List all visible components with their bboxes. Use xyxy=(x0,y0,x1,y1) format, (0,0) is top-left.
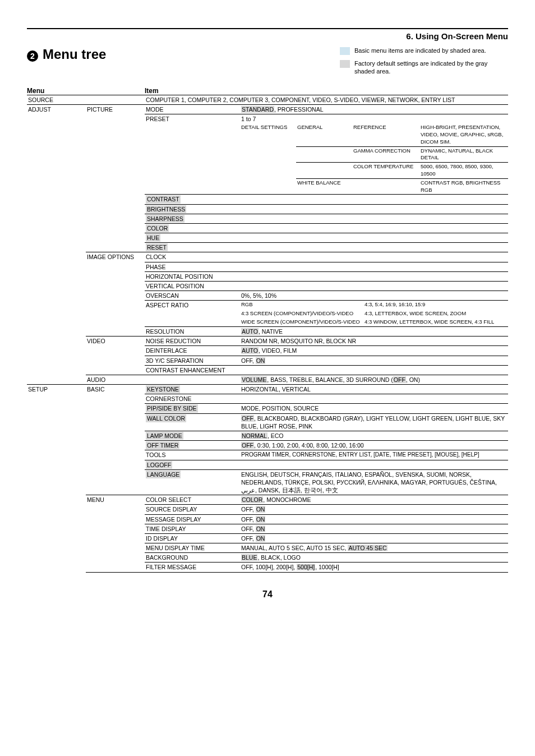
item-overscan: OVERSCAN xyxy=(145,291,240,300)
row-detail-settings: DETAIL SETTINGS GENERAL REFERENCE HIGH-B… xyxy=(27,123,508,146)
wall-color-values: OFF, BLACKBOARD, BLACKBOARD (GRAY), LIGH… xyxy=(240,414,508,431)
yc-values: OFF, ON xyxy=(240,356,508,365)
row-adjust-picture-mode: ADJUST PICTURE MODE STANDARD, PROFESSION… xyxy=(27,105,508,114)
pip-values: MODE, POSITION, SOURCE xyxy=(240,404,508,413)
row-id-display: ID DISPLAYOFF, ON xyxy=(27,534,508,543)
row-message-display: MESSAGE DISPLAYOFF, ON xyxy=(27,515,508,524)
row-color: COLOR xyxy=(27,224,508,233)
item-contrast-enh: CONTRAST ENHANCEMENT xyxy=(145,366,227,375)
row-language: LANGUAGEENGLISH, DEUTSCH, FRANÇAIS, ITAL… xyxy=(27,470,508,495)
legend-text-2: Factory default settings are indicated b… xyxy=(354,59,508,76)
item-wall-color: WALL COLOR xyxy=(146,414,186,422)
white-balance-label: WHITE BALANCE xyxy=(296,179,352,195)
item-sharpness: SHARPNESS xyxy=(146,215,185,223)
item-preset: PRESET xyxy=(145,114,240,123)
row-setup-keystone: SETUPBASICKEYSTONEHORIZONTAL, VERTICAL xyxy=(27,385,508,394)
detail-settings-label: DETAIL SETTINGS xyxy=(240,123,296,146)
aspect-43s-val: 4:3, LETTERBOX, WIDE SCREEN, ZOOM xyxy=(363,310,508,318)
sub-video: VIDEO xyxy=(86,336,145,345)
audio-values: VOLUME, BASS, TREBLE, BALANCE, 3D SURROU… xyxy=(240,375,508,384)
row-resolution: RESOLUTIONAUTO, NATIVE xyxy=(27,327,508,336)
item-yc: 3D Y/C SEPARATION xyxy=(145,356,240,365)
row-sharpness: SHARPNESS xyxy=(27,214,508,223)
item-deinterlace: DEINTERLACE xyxy=(145,346,240,355)
row-white-balance: WHITE BALANCE CONTRAST RGB, BRIGHTNESS R… xyxy=(27,179,508,195)
preset-value: 1 to 7 xyxy=(240,114,508,123)
item-resolution: RESOLUTION xyxy=(145,327,240,336)
row-tools: TOOLSPROGRAM TIMER, CORNERSTONE, ENTRY L… xyxy=(27,450,508,459)
row-lamp-mode: LAMP MODENORMAL, ECO xyxy=(27,431,508,440)
row-contrast: CONTRAST xyxy=(27,195,508,204)
mdt-values: MANUAL, AUTO 5 SEC, AUTO 15 SEC, AUTO 45… xyxy=(240,543,508,552)
row-hpos: HORIZONTAL POSITION xyxy=(27,272,508,281)
message-display-values: OFF, ON xyxy=(240,515,508,524)
row-color-select: MENUCOLOR SELECTCOLOR, MONOCHROME xyxy=(27,495,508,504)
row-yc: 3D Y/C SEPARATIONOFF, ON xyxy=(27,356,508,365)
row-source-display: SOURCE DISPLAYOFF, ON xyxy=(27,505,508,514)
id-display-values: OFF, ON xyxy=(240,534,508,543)
tools-values: PROGRAM TIMER, CORNERSTONE, ENTRY LIST, … xyxy=(240,450,508,459)
color-temp-values: 5000, 6500, 7800, 8500, 9300, 10500 xyxy=(419,163,508,178)
keystone-values: HORIZONTAL, VERTICAL xyxy=(240,385,508,394)
row-gamma: GAMMA CORRECTION DYNAMIC, NATURAL, BLACK… xyxy=(27,147,508,163)
item-color-select: COLOR SELECT xyxy=(145,495,240,504)
legend-row-1: Basic menu items are indicated by shaded… xyxy=(340,47,508,55)
color-temp-label: COLOR TEMPERATURE xyxy=(352,163,419,178)
item-tools: TOOLS xyxy=(145,450,240,459)
item-mode: MODE xyxy=(145,105,240,114)
detail-general: GENERAL xyxy=(296,123,352,146)
sub-basic: BASIC xyxy=(86,385,145,394)
aspect-43s: 4:3 SCREEN (COMPONENT)/VIDEO/S-VIDEO xyxy=(240,310,363,318)
shade-swatch-default xyxy=(340,60,350,68)
header-item: Item xyxy=(145,87,159,95)
item-logoff: LOGOFF xyxy=(146,461,172,469)
item-pip: PIP/SIDE BY SIDE xyxy=(146,404,198,412)
menu-source: SOURCE xyxy=(27,95,86,104)
aspect-rgb-val: 4:3, 5:4, 16:9, 16:10, 15:9 xyxy=(363,301,508,310)
overscan-values: 0%, 5%, 10% xyxy=(240,291,508,300)
sub-audio: AUDIO xyxy=(86,375,145,384)
row-deinterlace: DEINTERLACEAUTO, VIDEO, FILM xyxy=(27,346,508,355)
row-aspect-43: 4:3 SCREEN (COMPONENT)/VIDEO/S-VIDEO4:3,… xyxy=(27,310,508,318)
row-image-options: IMAGE OPTIONS CLOCK xyxy=(27,252,508,261)
row-cornerstone: CORNERSTONE xyxy=(27,394,508,403)
row-background: BACKGROUNDBLUE, BLACK, LOGO xyxy=(27,553,508,562)
row-logoff: LOGOFF xyxy=(27,460,508,469)
time-display-values: OFF, ON xyxy=(240,524,508,533)
row-phase: PHASE xyxy=(27,262,508,271)
legend-text-1: Basic menu items are indicated by shaded… xyxy=(354,47,508,54)
circled-number: 2 xyxy=(27,50,38,62)
legend-block: Basic menu items are indicated by shaded… xyxy=(340,47,508,80)
row-overscan: OVERSCAN0%, 5%, 10% xyxy=(27,291,508,300)
off-timer-values: OFF, 0:30, 1:00, 2:00, 4:00, 8:00, 12:00… xyxy=(240,441,508,450)
menu-adjust: ADJUST xyxy=(27,105,86,114)
main-title: Menu tree xyxy=(43,47,106,62)
row-menu-display-time: MENU DISPLAY TIMEMANUAL, AUTO 5 SEC, AUT… xyxy=(27,543,508,552)
title-left: 2 Menu tree xyxy=(27,47,106,62)
page-number: 74 xyxy=(27,589,508,600)
detail-reference: REFERENCE xyxy=(352,123,419,146)
item-phase: PHASE xyxy=(145,262,240,271)
nr-values: RANDOM NR, MOSQUITO NR, BLOCK NR xyxy=(240,336,508,345)
section-header: 6. Using On-Screen Menu xyxy=(27,31,508,41)
item-clock: CLOCK xyxy=(145,252,240,261)
gamma-label: GAMMA CORRECTION xyxy=(352,147,419,163)
item-aspect: ASPECT RATIO xyxy=(145,301,240,310)
row-audio: AUDIOVOLUME, BASS, TREBLE, BALANCE, 3D S… xyxy=(27,375,508,384)
reference-values: HIGH-BRIGHT, PRESENTATION, VIDEO, MOVIE,… xyxy=(419,123,508,146)
item-background: BACKGROUND xyxy=(145,553,240,562)
column-headers: Menu Item xyxy=(27,87,508,95)
row-aspect-ws: WIDE SCREEN (COMPONENT)/VIDEO/S-VIDEO4:3… xyxy=(27,318,508,326)
item-contrast: CONTRAST xyxy=(146,195,181,203)
title-row: 2 Menu tree Basic menu items are indicat… xyxy=(27,47,508,80)
item-time-display: TIME DISPLAY xyxy=(145,524,240,533)
sub-picture: PICTURE xyxy=(86,105,145,114)
item-off-timer: OFF TIMER xyxy=(146,441,179,449)
item-hpos: HORIZONTAL POSITION xyxy=(145,272,240,281)
row-video-nr: VIDEONOISE REDUCTIONRANDOM NR, MOSQUITO … xyxy=(27,336,508,345)
aspect-rgb: RGB xyxy=(240,301,363,310)
item-lamp-mode: LAMP MODE xyxy=(146,432,183,440)
legend-row-2: Factory default settings are indicated b… xyxy=(340,59,508,76)
row-preset: PRESET 1 to 7 xyxy=(27,114,508,123)
row-color-temp: COLOR TEMPERATURE 5000, 6500, 7800, 8500… xyxy=(27,163,508,178)
